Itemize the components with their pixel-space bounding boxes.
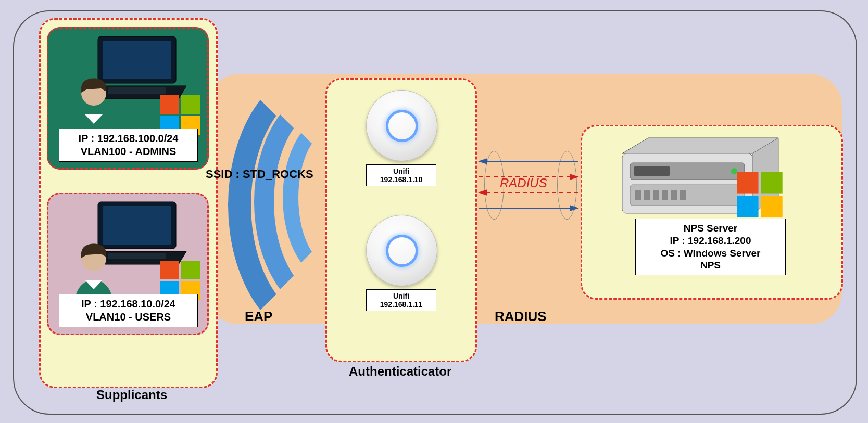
server-info: NPS Server IP : 192.168.1.200 OS : Windo… bbox=[635, 219, 786, 275]
client-admin: IP : 192.168.100.0/24 VLAN100 - ADMINS bbox=[47, 27, 209, 170]
admin-vlan: VLAN100 - ADMINS bbox=[65, 145, 192, 158]
svg-rect-23 bbox=[635, 190, 641, 200]
access-point-1: Unifi 192.168.1.10 bbox=[366, 90, 436, 186]
radius-link bbox=[474, 151, 583, 219]
ap-device-icon bbox=[366, 90, 437, 161]
windows-logo-icon bbox=[737, 172, 784, 219]
svg-rect-25 bbox=[653, 190, 659, 200]
svg-rect-4 bbox=[181, 95, 200, 114]
access-point-2: Unifi 192.168.1.11 bbox=[366, 215, 436, 311]
svg-rect-30 bbox=[761, 172, 783, 194]
svg-rect-1 bbox=[103, 41, 171, 79]
svg-rect-24 bbox=[644, 190, 650, 200]
ssid-label: SSID : STD_ROCKS bbox=[206, 168, 313, 181]
radius-zone-label: RADIUS bbox=[495, 309, 547, 325]
user-vlan: VLAN10 - USERS bbox=[65, 311, 192, 324]
svg-rect-10 bbox=[160, 261, 179, 279]
svg-rect-8 bbox=[103, 206, 171, 245]
admin-client-info: IP : 192.168.100.0/24 VLAN100 - ADMINS bbox=[59, 129, 198, 162]
server-os: OS : Windows Server bbox=[639, 247, 782, 260]
diagram-canvas: Supplicants IP : 192.168.100.0/24 VLAN10… bbox=[0, 0, 868, 423]
authenticator-group: Unifi 192.168.1.10 Unifi 192.168.1.11 bbox=[325, 78, 477, 362]
ap1-ip: 192.168.1.10 bbox=[370, 175, 433, 184]
ap1-name: Unifi bbox=[370, 167, 433, 175]
supplicants-label: Supplicants bbox=[96, 388, 167, 402]
ap2-name: Unifi bbox=[370, 292, 433, 300]
authenticator-label: Authenticaticator bbox=[349, 364, 451, 379]
svg-rect-3 bbox=[160, 95, 179, 114]
client-user: IP : 192.168.10.0/24 VLAN10 - USERS bbox=[47, 193, 209, 335]
user-client-info: IP : 192.168.10.0/24 VLAN10 - USERS bbox=[59, 294, 198, 327]
server-ip: IP : 192.168.1.200 bbox=[639, 235, 782, 247]
ap2-info: Unifi 192.168.1.11 bbox=[366, 289, 436, 311]
svg-rect-27 bbox=[671, 190, 677, 200]
server-name: NPS Server bbox=[639, 222, 782, 235]
svg-rect-31 bbox=[737, 196, 759, 217]
user-ip: IP : 192.168.10.0/24 bbox=[65, 298, 192, 311]
svg-rect-29 bbox=[737, 172, 759, 194]
svg-rect-32 bbox=[761, 196, 783, 217]
admin-ip: IP : 192.168.100.0/24 bbox=[65, 132, 192, 145]
ap-device-icon bbox=[366, 215, 437, 286]
svg-rect-28 bbox=[680, 190, 686, 200]
server-role: NPS bbox=[639, 259, 782, 272]
ap2-ip: 192.168.1.11 bbox=[370, 300, 433, 309]
svg-rect-11 bbox=[181, 261, 200, 279]
svg-rect-20 bbox=[634, 166, 670, 176]
ap1-info: Unifi 192.168.1.10 bbox=[366, 164, 436, 186]
svg-rect-26 bbox=[662, 190, 668, 200]
